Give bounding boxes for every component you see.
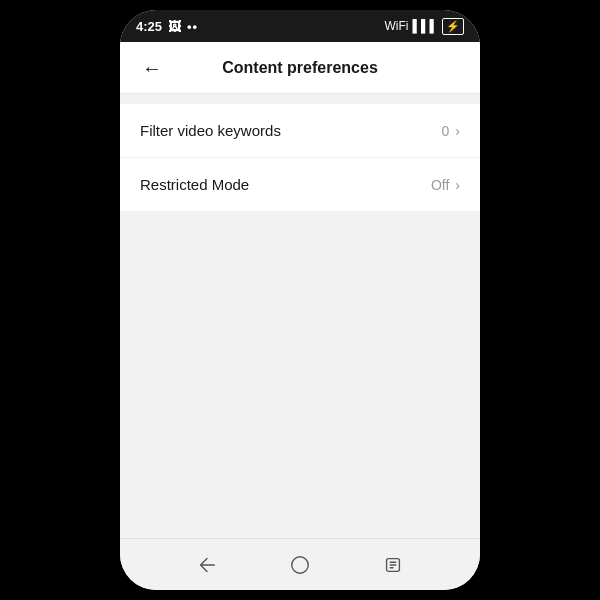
filter-video-keywords-label: Filter video keywords <box>140 122 281 139</box>
back-button[interactable]: ← <box>136 52 168 84</box>
svg-point-0 <box>292 556 309 573</box>
recent-nav-button[interactable] <box>379 551 407 579</box>
status-bar-left: 4:25 🖼 •• <box>136 19 198 34</box>
filter-video-keywords-item[interactable]: Filter video keywords 0 › <box>120 104 480 158</box>
restricted-mode-value: Off <box>431 177 449 193</box>
content-area: Filter video keywords 0 › Restricted Mod… <box>120 94 480 538</box>
recent-nav-icon <box>382 554 404 576</box>
photo-icon: 🖼 <box>168 19 181 34</box>
signal-icon: ▌▌▌ <box>412 19 438 33</box>
dots-icon: •• <box>187 19 198 34</box>
wifi-icon: WiFi <box>384 19 408 33</box>
battery-icon: ⚡ <box>442 18 464 35</box>
filter-chevron-icon: › <box>455 123 460 139</box>
restricted-mode-chevron-icon: › <box>455 177 460 193</box>
settings-group: Filter video keywords 0 › Restricted Mod… <box>120 104 480 211</box>
filter-video-keywords-right: 0 › <box>442 123 460 139</box>
filter-video-keywords-value: 0 <box>442 123 450 139</box>
home-nav-icon <box>289 554 311 576</box>
time-display: 4:25 <box>136 19 162 34</box>
phone-frame: 4:25 🖼 •• WiFi ▌▌▌ ⚡ ← Content preferenc… <box>120 10 480 590</box>
status-bar: 4:25 🖼 •• WiFi ▌▌▌ ⚡ <box>120 10 480 42</box>
restricted-mode-right: Off › <box>431 177 460 193</box>
home-nav-button[interactable] <box>286 551 314 579</box>
page-title: Content preferences <box>168 59 432 77</box>
back-nav-icon <box>196 554 218 576</box>
restricted-mode-label: Restricted Mode <box>140 176 249 193</box>
nav-bar: ← Content preferences <box>120 42 480 94</box>
back-arrow-icon: ← <box>142 58 162 78</box>
status-bar-right: WiFi ▌▌▌ ⚡ <box>384 18 464 35</box>
back-nav-button[interactable] <box>193 551 221 579</box>
restricted-mode-item[interactable]: Restricted Mode Off › <box>120 158 480 211</box>
bottom-nav <box>120 538 480 590</box>
